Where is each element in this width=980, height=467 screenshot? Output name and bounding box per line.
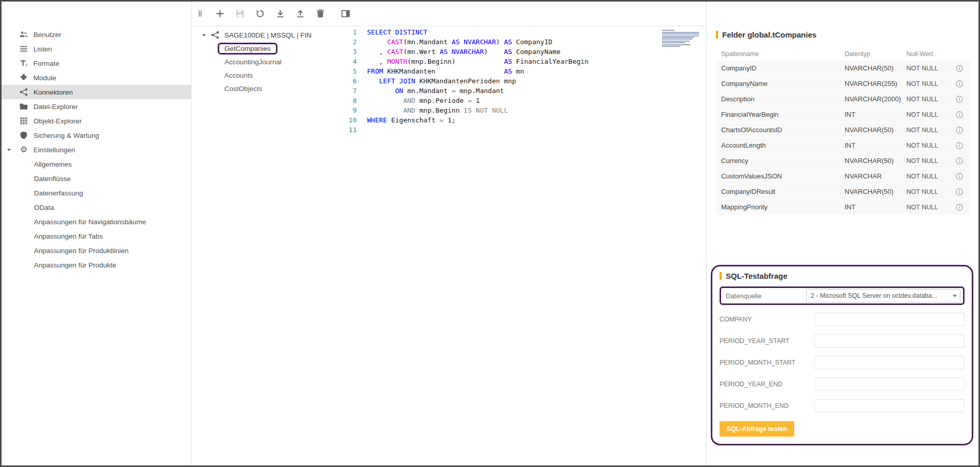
test-query-panel: SQL-Testabfrage Datenquelle 2 - Microsof… (711, 265, 973, 445)
cell-type: NVARCHAR(255) (839, 80, 901, 87)
param-row-period-year-end: PERIOD_YEAR_END (720, 377, 965, 391)
info-icon[interactable] (955, 111, 964, 119)
sidebar-item-anpassungen-für-produktlinien[interactable]: Anpassungen für Produktlinien (2, 243, 191, 258)
toolbar-button-upload[interactable] (295, 9, 305, 19)
sidebar-item-label: Anpassungen für Produktlinien (34, 247, 129, 255)
sidebar-item-datenflüsse[interactable]: Datenflüsse (2, 171, 191, 186)
param-row-period-year-start: PERIOD_YEAR_START (720, 334, 965, 348)
toolbar-button-delete[interactable] (316, 9, 325, 19)
column-header-spaltenname: Spaltenname (716, 50, 839, 58)
toolbar-button-add[interactable] (215, 9, 225, 19)
cell-type: INT (839, 141, 901, 149)
sidebar-item-formate[interactable]: Formate (2, 56, 191, 70)
right-panel: Felder global.tCompanies Spaltenname Dat… (706, 2, 978, 465)
sidebar-item-label: Datei-Explorer (33, 103, 78, 111)
info-icon[interactable] (955, 188, 964, 196)
cell-info (950, 80, 971, 88)
editor-line[interactable]: 6 LEFT JOIN KHKMandantenPerioden mnp (341, 76, 706, 86)
cell-name: MappingPriority (716, 203, 839, 211)
sidebar: BenutzerListenFormateModuleKonnektorenDa… (2, 2, 191, 465)
param-input-period-month-start[interactable] (814, 356, 965, 369)
line-number: 6 (341, 76, 367, 86)
param-input-period-month-end[interactable] (814, 399, 965, 412)
cell-null: NOT NULL (901, 142, 950, 149)
param-input-period-year-end[interactable] (814, 378, 965, 391)
gear-icon: ⚙ (19, 145, 28, 154)
cell-info (950, 64, 971, 73)
tree-root-item[interactable]: SAGE100DE | MSSQL | FIN (201, 28, 311, 42)
info-icon[interactable] (955, 80, 964, 88)
toolbar-button-download[interactable] (275, 9, 285, 19)
cell-info (950, 126, 971, 134)
toolbar-button-save[interactable] (235, 9, 245, 19)
line-code: ON mn.Mandant = mnp.Mandant (367, 86, 504, 96)
test-query-button[interactable]: SQL-Abfrage testen (720, 421, 794, 437)
toolbar-button-drag-handle[interactable] (195, 9, 205, 19)
cell-info (950, 157, 971, 165)
tree-item-costobjects[interactable]: CostObjects (201, 82, 311, 95)
editor-line[interactable]: 3 , CAST(mn.Wert AS NVARCHAR) AS Company… (341, 47, 706, 57)
tree-item-accounts[interactable]: Accounts (201, 68, 311, 82)
sidebar-item-datenerfassung[interactable]: Datenerfassung (2, 186, 191, 200)
editor-line[interactable]: 1SELECT DISTINCT (341, 27, 706, 37)
sidebar-item-anpassungen-für-tabs[interactable]: Anpassungen für Tabs (2, 229, 191, 243)
info-icon[interactable] (955, 95, 964, 103)
sidebar-item-konnektoren[interactable]: Konnektoren (2, 85, 191, 99)
info-icon[interactable] (955, 64, 964, 73)
editor-line[interactable]: 10WHERE Eigenschaft = 1; (341, 115, 706, 125)
chevron-down-icon[interactable] (201, 32, 207, 38)
chevron-down-icon[interactable] (6, 147, 12, 153)
cell-null: NOT NULL (901, 188, 950, 195)
column-header-datentyp: Datentyp (839, 50, 901, 58)
sidebar-item-listen[interactable]: Listen (2, 42, 191, 56)
datasource-select[interactable]: 2 - Microsoft SQL Server on octdev.datab… (806, 289, 960, 302)
cell-info (950, 95, 971, 103)
info-icon[interactable] (955, 203, 964, 211)
sidebar-item-sicherung-wartung[interactable]: Sicherung & Wartung (2, 128, 191, 142)
param-row-period-month-end: PERIOD_MONTH_END (720, 399, 965, 413)
editor-line[interactable]: 5FROM KHKMandanten AS mn (341, 66, 706, 76)
info-icon[interactable] (955, 172, 964, 181)
cell-type: NVARCHAR (839, 172, 901, 180)
cell-info (950, 172, 971, 181)
add-icon (215, 9, 225, 19)
tree-item-getcompanies[interactable]: GetCompanies (201, 42, 311, 55)
sidebar-item-label: Allgemeines (34, 160, 72, 168)
info-icon[interactable] (955, 141, 964, 150)
editor-line[interactable]: 7 ON mn.Mandant = mnp.Mandant (341, 86, 706, 96)
sidebar-item-benutzer[interactable]: Benutzer (2, 27, 191, 42)
editor-line[interactable]: 4 , MONTH(mnp.Beginn) AS FinancialYearBe… (341, 57, 706, 66)
editor-minimap[interactable] (662, 29, 701, 49)
sidebar-item-anpassungen-für-navigationsbäume[interactable]: Anpassungen für Navigationsbäume (2, 214, 191, 229)
editor-line[interactable]: 11 (341, 125, 706, 135)
sidebar-item-einstellungen[interactable]: ⚙Einstellungen (2, 142, 191, 157)
table-row: MappingPriorityINTNOT NULL (716, 200, 970, 214)
sidebar-item-allgemeines[interactable]: Allgemeines (2, 157, 191, 171)
info-icon[interactable] (955, 157, 964, 165)
shield-icon (19, 131, 28, 140)
upload-icon (295, 9, 305, 19)
param-input-company[interactable] (814, 313, 965, 326)
info-icon[interactable] (955, 126, 964, 134)
tree-root-label: SAGE100DE | MSSQL | FIN (224, 31, 311, 39)
toolbar-button-panel-toggle[interactable] (341, 9, 351, 19)
toolbar-button-history[interactable] (255, 9, 265, 19)
line-number: 8 (341, 96, 367, 105)
param-label: PERIOD_YEAR_END (720, 381, 782, 388)
editor-line[interactable]: 2 CAST(mn.Mandant AS NVARCHAR) AS Compan… (341, 37, 706, 47)
line-number: 3 (341, 47, 367, 57)
sidebar-item-odata[interactable]: OData (2, 200, 191, 214)
table-row: CompanyNameNVARCHAR(255)NOT NULL (716, 76, 970, 91)
editor-line[interactable]: 8 AND mnp.Periode = 1 (341, 96, 706, 105)
editor-line[interactable]: 9 AND mnp.Beginn IS NOT NULL (341, 105, 706, 115)
line-code: , CAST(mn.Wert AS NVARCHAR) AS CompanyNa… (367, 47, 561, 57)
line-code: AND mnp.Periode = 1 (367, 96, 480, 105)
param-input-period-year-start[interactable] (814, 334, 965, 348)
sidebar-item-anpassungen-für-produkte[interactable]: Anpassungen für Produkte (2, 258, 191, 272)
tree-item-accountingjournal[interactable]: AccountingJournal (201, 55, 311, 68)
sql-editor[interactable]: 1SELECT DISTINCT2 CAST(mn.Mandant AS NVA… (341, 26, 706, 465)
sidebar-item-objekt-explorer[interactable]: Objekt-Explorer (2, 114, 191, 128)
sidebar-item-label: Sicherung & Wartung (33, 132, 99, 139)
sidebar-item-module[interactable]: Module (2, 70, 191, 85)
sidebar-item-datei-explorer[interactable]: Datei-Explorer (2, 99, 191, 114)
